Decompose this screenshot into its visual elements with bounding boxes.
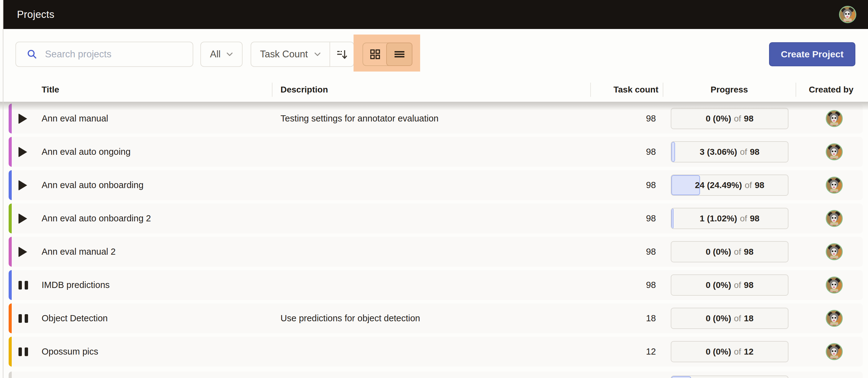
- user-avatar[interactable]: [839, 6, 856, 23]
- progress-indicator: 0 (0%) of 12: [671, 341, 788, 362]
- sort-field-dropdown[interactable]: Task Count: [251, 42, 330, 66]
- project-row[interactable]: Ann eval auto onboarding 2 98 1 (1.02%) …: [9, 203, 863, 233]
- search-input[interactable]: [45, 49, 181, 60]
- progress-indicator: 24 (24.49%) of 98: [671, 175, 788, 196]
- opossum-avatar-image: [827, 278, 842, 292]
- header-divider: [272, 83, 273, 97]
- progress-of-label: of: [745, 180, 752, 190]
- project-row[interactable]: Ann eval auto onboarding 98 24 (24.49%) …: [9, 170, 863, 200]
- task-count-value: 98: [594, 237, 656, 267]
- project-description: Testing settings for annotator evaluatio…: [280, 103, 439, 133]
- task-count-value: 98: [594, 170, 656, 200]
- filter-dropdown-value: All: [210, 49, 220, 60]
- progress-total-label: 98: [750, 147, 760, 157]
- created-by-avatar: [826, 277, 843, 293]
- progress-of-label: of: [734, 247, 741, 257]
- partial-project-row[interactable]: [9, 372, 863, 378]
- progress-indicator: [671, 376, 788, 378]
- progress-of-label: of: [740, 147, 747, 157]
- progress-value-label: 0 (0%): [706, 347, 731, 357]
- chevron-down-icon: [226, 52, 233, 56]
- progress-indicator: 0 (0%) of 18: [671, 308, 788, 329]
- opossum-avatar-image: [840, 7, 855, 22]
- top-bar: Projects: [3, 0, 868, 29]
- project-title: Ann eval auto onboarding 2: [41, 203, 151, 233]
- created-by-avatar: [826, 210, 843, 227]
- project-status: [19, 237, 31, 267]
- project-status: [19, 170, 31, 200]
- column-header-title: Title: [41, 83, 59, 97]
- progress-value-label: 0 (0%): [706, 247, 731, 257]
- project-title: Ann eval manual: [41, 103, 108, 133]
- progress-of-label: of: [734, 280, 741, 290]
- create-project-button[interactable]: Create Project: [769, 42, 855, 66]
- progress-total-label: 98: [744, 247, 753, 257]
- play-icon: [19, 213, 27, 224]
- project-row[interactable]: Ann eval manual Testing settings for ann…: [9, 103, 863, 133]
- filter-dropdown[interactable]: All: [200, 42, 243, 67]
- project-status: [19, 103, 31, 133]
- progress-value-label: 3 (3.06%): [700, 147, 737, 157]
- window-edge-line: [3, 0, 3, 378]
- progress-total-label: 18: [744, 314, 753, 323]
- project-list: Ann eval manual Testing settings for ann…: [9, 103, 863, 370]
- list-view-button[interactable]: [386, 42, 412, 66]
- sort-direction-button[interactable]: [330, 42, 353, 66]
- view-mode-toggle: [363, 42, 412, 66]
- header-divider: [590, 83, 591, 97]
- project-row[interactable]: Ann eval manual 2 98 0 (0%) of 98: [9, 237, 863, 267]
- column-header-progress: Progress: [693, 83, 765, 97]
- progress-total-label: 98: [750, 214, 760, 223]
- list-view-icon: [393, 48, 406, 60]
- project-status: [19, 270, 31, 300]
- progress-value-label: 0 (0%): [706, 114, 731, 124]
- opossum-avatar-image: [827, 178, 842, 193]
- project-status: [19, 137, 31, 167]
- opossum-avatar-image: [827, 344, 842, 359]
- chevron-down-icon: [314, 52, 321, 56]
- opossum-avatar-image: [827, 311, 842, 326]
- progress-indicator: 0 (0%) of 98: [671, 275, 788, 296]
- sort-control-group: Task Count: [251, 42, 354, 67]
- sort-descending-icon: [335, 48, 348, 61]
- project-row[interactable]: Object Detection Use predictions for obj…: [9, 304, 863, 333]
- project-title: Ann eval manual 2: [41, 237, 116, 267]
- header-divider: [796, 83, 796, 97]
- pause-icon: [19, 314, 28, 323]
- opossum-avatar-image: [827, 211, 842, 226]
- project-title: Ann eval auto onboarding: [41, 170, 144, 200]
- progress-total-label: 98: [744, 114, 753, 124]
- created-by-avatar: [826, 110, 843, 127]
- project-row[interactable]: Ann eval auto ongoing 98 3 (3.06%) of 98: [9, 137, 863, 167]
- table-header: Title Description Task count Progress Cr…: [0, 83, 868, 97]
- project-title: Opossum pics: [41, 337, 98, 367]
- progress-value-label: 1 (1.02%): [700, 214, 737, 223]
- task-count-value: 98: [594, 270, 656, 300]
- progress-fill: [671, 376, 691, 378]
- opossum-avatar-image: [827, 144, 842, 159]
- created-by-avatar: [826, 144, 843, 160]
- progress-indicator: 3 (3.06%) of 98: [671, 141, 788, 162]
- task-count-value: 18: [594, 304, 656, 333]
- project-row[interactable]: Opossum pics 12 0 (0%) of 12: [9, 337, 863, 367]
- project-title: IMDB predictions: [41, 270, 110, 300]
- progress-indicator: 1 (1.02%) of 98: [671, 208, 788, 229]
- progress-of-label: of: [740, 214, 747, 223]
- project-description: Use predictions for object detection: [280, 304, 420, 333]
- grid-view-button[interactable]: [363, 43, 387, 65]
- search-box: [16, 42, 193, 67]
- pause-icon: [19, 347, 28, 356]
- project-status: [19, 203, 31, 233]
- pause-icon: [19, 281, 28, 289]
- column-header-task-count: Task count: [597, 83, 658, 97]
- opossum-avatar-image: [827, 111, 842, 126]
- project-row[interactable]: IMDB predictions 98 0 (0%) of 98: [9, 270, 863, 300]
- task-count-value: 12: [594, 337, 656, 367]
- progress-of-label: of: [734, 314, 741, 323]
- task-count-value: 98: [594, 203, 656, 233]
- progress-value-label: 0 (0%): [706, 280, 731, 290]
- header-divider: [663, 83, 663, 97]
- progress-indicator: 0 (0%) of 98: [671, 108, 788, 129]
- created-by-avatar: [826, 343, 843, 360]
- projects-page: Projects: [0, 0, 868, 378]
